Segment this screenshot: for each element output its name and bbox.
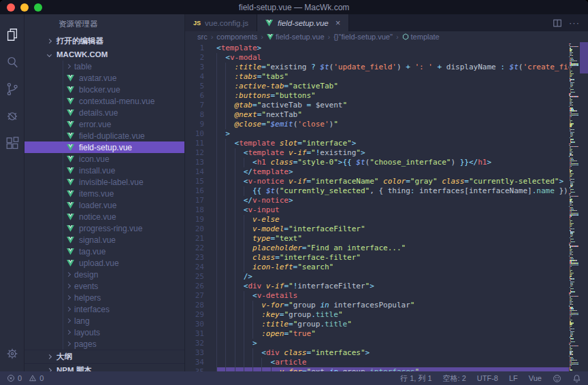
- status-notifications[interactable]: [572, 374, 581, 383]
- tab-vue-config-js[interactable]: JS vue.config.js: [185, 14, 257, 31]
- breadcrumb-template-symbol[interactable]: template: [402, 33, 440, 41]
- code-line-10[interactable]: 10 >: [185, 129, 569, 139]
- code-line-21[interactable]: 21 type="text": [185, 234, 569, 244]
- status-problems-errors[interactable]: 0: [7, 374, 22, 382]
- npm-scripts-section[interactable]: NPM 脚本: [24, 363, 184, 371]
- file-name: interfaces: [74, 305, 110, 314]
- activity-debug[interactable]: [2, 103, 22, 130]
- code-line-2[interactable]: 2 <v-modal: [185, 53, 569, 63]
- code-line-29[interactable]: 29 :key="group.title": [185, 310, 569, 320]
- activity-explorer[interactable]: [2, 21, 22, 48]
- tree-item-tag-vue[interactable]: tag.vue: [24, 246, 184, 257]
- code-line-8[interactable]: 8 @next="nextTab": [185, 110, 569, 120]
- breadcrumb-file[interactable]: field-setup.vue: [267, 33, 325, 41]
- tree-item-pages[interactable]: pages: [24, 338, 184, 350]
- tree-item-interfaces[interactable]: interfaces: [24, 303, 184, 315]
- status-cursor-position[interactable]: 行 1, 列 1: [400, 373, 431, 384]
- minimap[interactable]: [569, 42, 580, 371]
- zoom-window-button[interactable]: [34, 3, 42, 12]
- tree-item-details-vue[interactable]: details.vue: [24, 107, 184, 118]
- code-line-4[interactable]: 4 :tabs="tabs": [185, 72, 569, 82]
- status-indentation[interactable]: 空格: 2: [443, 373, 466, 384]
- tree-item-install-vue[interactable]: install.vue: [24, 165, 184, 176]
- tree-item-icon-vue[interactable]: icon.vue: [24, 153, 184, 165]
- code-line-6[interactable]: 6 :buttons="buttons": [185, 91, 569, 101]
- code-line-11[interactable]: 11 <template slot="interface">: [185, 139, 569, 148]
- code-line-32[interactable]: 32 >: [185, 339, 569, 348]
- tree-item-loader-vue[interactable]: loader.vue: [24, 199, 184, 211]
- tree-item-layouts[interactable]: layouts: [24, 327, 184, 338]
- tree-item-lang[interactable]: lang: [24, 315, 184, 327]
- tree-item-notice-vue[interactable]: notice.vue: [24, 211, 184, 222]
- file-name: items.vue: [79, 189, 114, 199]
- tree-item-upload-vue[interactable]: upload.vue: [24, 257, 184, 269]
- status-problems-warnings[interactable]: 0: [29, 374, 44, 382]
- tree-item-items-vue[interactable]: items.vue: [24, 188, 184, 199]
- outline-section[interactable]: 大纲: [24, 350, 184, 363]
- breadcrumb-src[interactable]: src: [197, 33, 208, 41]
- close-window-button[interactable]: [7, 3, 15, 12]
- activity-manage[interactable]: [2, 340, 22, 367]
- line-number: 8: [185, 110, 216, 120]
- code-line-14[interactable]: 14 </template>: [185, 167, 569, 177]
- code-line-26[interactable]: 26 <div v-if="!interfaceFilter">: [185, 282, 569, 291]
- code-line-22[interactable]: 22 placeholder="Find an interface...": [185, 244, 569, 253]
- code-line-19[interactable]: 19 v-else: [185, 215, 569, 224]
- line-number: 13: [185, 158, 216, 167]
- breadcrumb-components[interactable]: components: [216, 33, 257, 41]
- status-eol[interactable]: LF: [509, 374, 518, 382]
- tree-item-contextual-menu-vue[interactable]: contextual-menu.vue: [24, 95, 184, 107]
- tree-item-field-duplicate-vue[interactable]: field-duplicate.vue: [24, 130, 184, 141]
- tree-item-error-vue[interactable]: error.vue: [24, 118, 184, 130]
- status-language-mode[interactable]: Vue: [529, 374, 542, 382]
- code-line-24[interactable]: 24 icon-left="search": [185, 263, 569, 272]
- open-editors-section[interactable]: 打开的编辑器: [24, 33, 184, 48]
- code-line-31[interactable]: 31 :open="true": [185, 329, 569, 339]
- tree-item-helpers[interactable]: helpers: [24, 292, 184, 303]
- tab-field-setup-vue[interactable]: field-setup.vue ×: [257, 14, 349, 31]
- code-line-16[interactable]: 16 {{ $t("currently_selected", { thing: …: [185, 186, 569, 196]
- split-editor-icon[interactable]: [553, 18, 562, 28]
- code-line-30[interactable]: 30 :title="group.title": [185, 320, 569, 329]
- code-line-5[interactable]: 5 :active-tab="activeTab": [185, 82, 569, 91]
- status-feedback[interactable]: [553, 374, 561, 383]
- close-tab-icon[interactable]: ×: [336, 18, 341, 28]
- tree-item-signal-vue[interactable]: signal.vue: [24, 234, 184, 246]
- status-encoding[interactable]: UTF-8: [477, 374, 498, 382]
- code-line-9[interactable]: 9 @close="$emit('close')": [185, 120, 569, 129]
- code-line-25[interactable]: 25 />: [185, 272, 569, 282]
- code-line-3[interactable]: 3 :title="existing ? $t('update_field') …: [185, 63, 569, 72]
- minimize-window-button[interactable]: [20, 3, 29, 12]
- code-line-7[interactable]: 7 @tab="activeTab = $event": [185, 101, 569, 110]
- activity-source-control[interactable]: [2, 76, 22, 103]
- vue-icon: [67, 133, 75, 139]
- more-actions-icon[interactable]: ···: [569, 18, 580, 28]
- code-line-18[interactable]: 18 <v-input: [185, 205, 569, 215]
- code-line-34[interactable]: 34 <article: [185, 358, 569, 367]
- code-line-12[interactable]: 12 <template v-if="!existing">: [185, 148, 569, 158]
- scrollbar-thumb[interactable]: [580, 42, 588, 73]
- tree-item-avatar-vue[interactable]: avatar.vue: [24, 72, 184, 84]
- code-line-28[interactable]: 28 v-for="group in interfacesPopular": [185, 301, 569, 310]
- code-line-35[interactable]: 35 v-for="ext in group.interfaces": [185, 367, 569, 371]
- workspace-root-section[interactable]: MACWK.COM: [24, 48, 184, 61]
- code-line-33[interactable]: 33 <div class="interfaces">: [185, 348, 569, 358]
- activity-search[interactable]: [2, 48, 22, 76]
- code-line-20[interactable]: 20 v-model="interfaceFilter": [185, 224, 569, 234]
- tree-item-events[interactable]: events: [24, 280, 184, 292]
- activity-extensions[interactable]: [2, 130, 22, 157]
- code-line-27[interactable]: 27 <v-details: [185, 291, 569, 301]
- tree-item-field-setup-vue[interactable]: field-setup.vue: [24, 141, 184, 153]
- tree-item-invisible-label-vue[interactable]: invisible-label.vue: [24, 176, 184, 188]
- vue-icon: [67, 225, 75, 232]
- code-line-1[interactable]: 1<template>: [185, 44, 569, 53]
- tree-item-table[interactable]: table: [24, 61, 184, 72]
- code-line-23[interactable]: 23 class="interface-filter": [185, 253, 569, 263]
- code-line-17[interactable]: 17 </v-notice>: [185, 196, 569, 205]
- tree-item-design[interactable]: design: [24, 269, 184, 280]
- tree-item-blocker-vue[interactable]: blocker.vue: [24, 84, 184, 95]
- tree-item-progress-ring-vue[interactable]: progress-ring.vue: [24, 222, 184, 234]
- code-line-13[interactable]: 13 <h1 class="style-0">{{ $t("choose_int…: [185, 158, 569, 167]
- code-line-15[interactable]: 15 <v-notice v-if="interfaceName" color=…: [185, 177, 569, 186]
- breadcrumb-json-scope[interactable]: {}"field-setup.vue": [333, 33, 393, 41]
